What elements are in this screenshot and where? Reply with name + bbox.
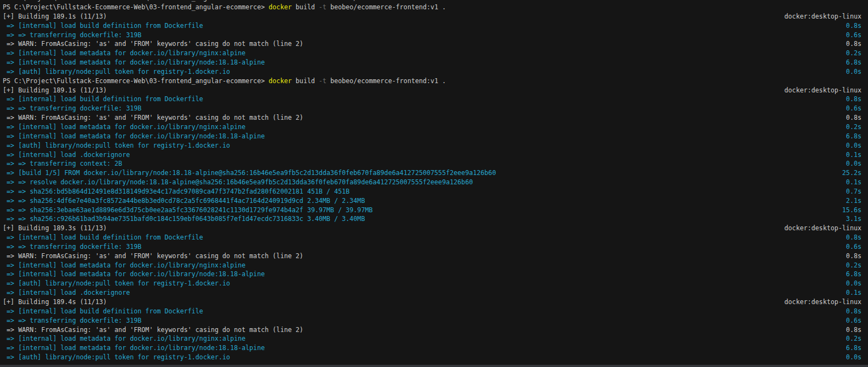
line-right-value: docker:desktop-linux — [784, 12, 861, 21]
line-right-value: 0.0s — [846, 159, 861, 168]
warning-line: => WARN: FromAsCasing: 'as' and 'FROM' k… — [0, 113, 868, 123]
line-text: [+] Building 189.4s (11/13) — [3, 298, 107, 307]
horizontal-scrollbar[interactable] — [0, 365, 868, 367]
line-right-value: 6.8s — [846, 270, 861, 279]
line-text: => [auth] library/node:pull token for re… — [3, 67, 230, 77]
line-text: => [internal] load metadata for docker.i… — [3, 49, 245, 58]
line-right-value: 0.8s — [846, 252, 861, 261]
line-right-value: 0.6s — [846, 316, 861, 325]
line-right-value: docker:desktop-linux — [784, 224, 861, 233]
build-step-line: => [internal] load build definition from… — [0, 233, 868, 242]
build-step-line: => [auth] library/node:pull token for re… — [0, 141, 868, 150]
build-step-line: => [internal] load .dockerignore0.1s — [0, 288, 868, 298]
terminal-screen[interactable]: PS C:\Project\Fullstack-Ecommerce-Web\03… — [0, 0, 868, 367]
prompt-line: PS C:\Project\Fullstack-Ecommerce-Web\03… — [0, 77, 868, 86]
line-right-value: 0.1s — [846, 150, 861, 160]
line-right-value: 0.0s — [846, 141, 861, 150]
build-step-line: => [internal] load .dockerignore0.1s — [0, 150, 868, 160]
line-text: => => transferring dockerfile: 319B — [3, 31, 141, 40]
line-text: => => resolve docker.io/library/node:18.… — [3, 178, 473, 187]
line-right-value: 15.6s — [842, 206, 861, 215]
build-step-line: => [internal] load metadata for docker.i… — [0, 123, 868, 132]
line-text: => [internal] load metadata for docker.i… — [3, 334, 245, 343]
build-step-line: => [auth] library/node:pull token for re… — [0, 279, 868, 288]
build-step-line: => => transferring context: 2B0.0s — [0, 159, 868, 168]
build-step-line: => => transferring dockerfile: 319B0.6s — [0, 242, 868, 252]
line-right-value: 0.8s — [846, 307, 861, 316]
build-step-line: => [build 1/5] FROM docker.io/library/no… — [0, 168, 868, 178]
build-step-line: => => transferring dockerfile: 319B0.6s — [0, 316, 868, 325]
line-text: => [internal] load build definition from… — [3, 233, 203, 242]
line-text: => [internal] load metadata for docker.i… — [3, 261, 245, 270]
line-text: => [internal] load metadata for docker.i… — [3, 343, 265, 353]
build-status-line: [+] Building 189.3s (11/13)docker:deskto… — [0, 224, 868, 233]
line-text: => [auth] library/node:pull token for re… — [3, 279, 230, 288]
line-text: => [internal] load build definition from… — [3, 95, 203, 104]
line-right-value: 6.8s — [846, 58, 861, 67]
line-text: => [build 1/5] FROM docker.io/library/no… — [3, 168, 496, 178]
build-step-line: => [internal] load build definition from… — [0, 21, 868, 31]
line-text: => => transferring dockerfile: 319B — [3, 104, 141, 113]
build-step-line: => => transferring dockerfile: 319B0.6s — [0, 104, 868, 113]
line-right-value: 0.8s — [846, 21, 861, 31]
line-text: => [internal] load metadata for docker.i… — [3, 270, 265, 279]
line-right-value: 0.6s — [846, 104, 861, 113]
line-right-value: 0.2s — [846, 261, 861, 270]
line-right-value: 0.1s — [846, 288, 861, 298]
build-step-line: => [internal] load metadata for docker.i… — [0, 334, 868, 343]
line-right-value: 0.0s — [846, 353, 861, 362]
line-right-value: 0.1s — [846, 178, 861, 187]
warning-line: => WARN: FromAsCasing: 'as' and 'FROM' k… — [0, 252, 868, 261]
line-right-value: 0.6s — [846, 242, 861, 252]
line-right-value: 0.0s — [846, 67, 861, 77]
build-status-line: [+] Building 189.1s (11/13)docker:deskto… — [0, 86, 868, 95]
line-text: => [internal] load build definition from… — [3, 21, 203, 31]
prompt-line: PS C:\Project\Fullstack-Ecommerce-Web\03… — [0, 3, 868, 12]
build-step-line: => [internal] load metadata for docker.i… — [0, 132, 868, 141]
line-right-value: 0.2s — [846, 123, 861, 132]
warning-line: => WARN: FromAsCasing: 'as' and 'FROM' k… — [0, 325, 868, 335]
line-right-value: 0.7s — [846, 187, 861, 196]
line-text: => => sha256:3ebae63ae1d8896e6d3d75cb0ee… — [3, 206, 373, 215]
build-status-line: [+] Building 189.4s (11/13)docker:deskto… — [0, 298, 868, 307]
line-text: [+] Building 189.1s (11/13) — [3, 12, 107, 21]
line-right-value: 0.8s — [846, 39, 861, 49]
line-text: => [auth] library/node:pull token for re… — [3, 353, 230, 362]
build-step-line: => => sha256:3ebae63ae1d8896e6d3d75cb0ee… — [0, 206, 868, 215]
line-text: => [internal] load build definition from… — [3, 307, 203, 316]
build-step-line: => => sha256:4df6e7e40a3fc8572a44be8b3ed… — [0, 196, 868, 206]
line-text: => => transferring dockerfile: 319B — [3, 316, 141, 325]
line-text: => [internal] load metadata for docker.i… — [3, 132, 265, 141]
line-text: => WARN: FromAsCasing: 'as' and 'FROM' k… — [3, 325, 303, 335]
build-step-line: => => sha256:c926b61bad3b94ae7351bafd0c1… — [0, 214, 868, 224]
build-step-line: => [auth] library/node:pull token for re… — [0, 353, 868, 362]
line-right-value: 0.8s — [846, 95, 861, 104]
line-text: => => sha256:4df6e7e40a3fc8572a44be8b3ed… — [3, 196, 365, 206]
build-step-line: => [internal] load metadata for docker.i… — [0, 49, 868, 58]
build-status-line: [+] Building 189.1s (11/13)docker:deskto… — [0, 12, 868, 21]
build-step-line: => => transferring dockerfile: 319B0.6s — [0, 31, 868, 40]
build-step-line: => => sha256:bd5b864d12491e8d318149d93e4… — [0, 187, 868, 196]
build-step-line: => [internal] load metadata for docker.i… — [0, 58, 868, 67]
line-text: => => sha256:bd5b864d12491e8d318149d93e4… — [3, 187, 349, 196]
line-text: => WARN: FromAsCasing: 'as' and 'FROM' k… — [3, 252, 303, 261]
build-step-line: => [internal] load metadata for docker.i… — [0, 343, 868, 353]
build-step-line: => [auth] library/node:pull token for re… — [0, 67, 868, 77]
line-text: => [internal] load .dockerignore — [3, 150, 130, 160]
line-text: PS C:\Project\Fullstack-Ecommerce-Web\03… — [3, 77, 446, 86]
line-text: => WARN: FromAsCasing: 'as' and 'FROM' k… — [3, 39, 303, 49]
build-step-line: => [internal] load build definition from… — [0, 95, 868, 104]
line-text: => [auth] library/node:pull token for re… — [3, 141, 230, 150]
build-step-line: => => resolve docker.io/library/node:18.… — [0, 178, 868, 187]
build-step-line: => [internal] load build definition from… — [0, 307, 868, 316]
line-right-value: 0.8s — [846, 113, 861, 123]
warning-line: => WARN: FromAsCasing: 'as' and 'FROM' k… — [0, 39, 868, 49]
line-right-value: 0.2s — [846, 334, 861, 343]
line-right-value: docker:desktop-linux — [784, 86, 861, 95]
line-text: [+] Building 189.3s (11/13) — [3, 224, 107, 233]
line-text: => [internal] load metadata for docker.i… — [3, 123, 245, 132]
line-right-value: 25.2s — [842, 168, 861, 178]
line-right-value: 2.1s — [846, 196, 861, 206]
line-text: => => transferring context: 2B — [3, 159, 122, 168]
line-right-value: 6.8s — [846, 132, 861, 141]
